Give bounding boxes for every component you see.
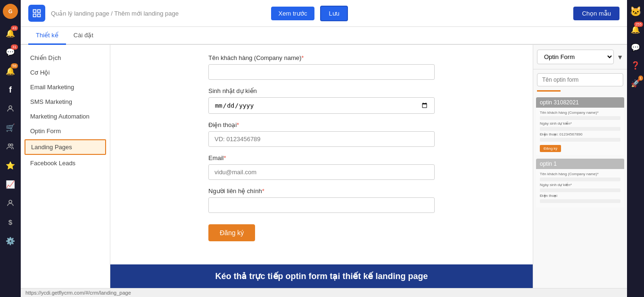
sidebar-icon-users[interactable]: [2, 138, 19, 155]
main-area: Quản lý landing page / Thêm mới landing …: [21, 0, 627, 297]
register-button[interactable]: Đăng ký: [208, 224, 255, 241]
nav-item-landing-pages[interactable]: Landing Pages: [25, 139, 106, 155]
label-phone: Điện thoại*: [208, 121, 435, 128]
svg-rect-7: [38, 10, 41, 13]
nav-item-sms-marketing[interactable]: SMS Marketing: [21, 94, 110, 109]
preview-button[interactable]: Xem trước: [271, 7, 315, 20]
top-bar: Quản lý landing page / Thêm mới landing …: [21, 0, 627, 27]
sidebar-icon-settings[interactable]: ⚙️: [2, 232, 19, 249]
sidebar-icon-chart[interactable]: 📈: [2, 176, 19, 193]
tabs-bar: Thiết kế Cài đặt: [21, 27, 627, 45]
input-contact[interactable]: [208, 197, 435, 213]
search-underline: [537, 90, 561, 92]
svg-point-3: [8, 144, 11, 146]
svg-point-2: [9, 106, 12, 109]
field-company-name: Tên khách hàng (Company name)*: [208, 54, 435, 80]
sidebar-logo[interactable]: G: [3, 4, 18, 19]
right-panel: Optin Form ▼ optin 31082021 Tên khách hà…: [533, 45, 627, 288]
right-icon-avatar[interactable]: 🐱: [628, 4, 643, 19]
status-bar: https://ycdi.getflycrm.com/#/crm/landing…: [21, 288, 627, 297]
sidebar-icon-chat[interactable]: 💬31: [2, 43, 19, 60]
sidebar: G 🔔43 💬31 🔔56 f 🛒 ⭐ 📈 $ ⚙️: [0, 0, 21, 297]
sidebar-icon-bell1[interactable]: 🔔43: [2, 25, 19, 42]
optin-card-2-header: optin 1: [536, 159, 624, 169]
sidebar-icon-person[interactable]: [2, 195, 19, 212]
label-email: Email*: [208, 154, 435, 161]
sidebar-icon-facebook[interactable]: f: [2, 81, 19, 98]
sidebar-icon-star[interactable]: ⭐: [2, 157, 19, 174]
svg-point-4: [11, 144, 13, 146]
save-button[interactable]: Lưu: [320, 6, 347, 21]
svg-text:G: G: [8, 8, 13, 14]
breadcrumb-part2: Thêm mới landing page: [114, 10, 179, 17]
topbar-icon: [28, 5, 45, 22]
field-contact: Người liên hệ chính*: [208, 187, 435, 213]
sidebar-icon-contacts[interactable]: [2, 100, 19, 117]
field-birthday: Sinh nhật dự kiến: [208, 87, 435, 114]
search-optin-input[interactable]: [537, 73, 623, 86]
input-birthday[interactable]: [208, 97, 435, 114]
nav-item-optin-form[interactable]: Optin Form: [21, 124, 110, 138]
right-icon-chat[interactable]: 💬: [628, 40, 643, 55]
breadcrumb-part1: Quản lý landing page: [51, 10, 109, 17]
nav-item-marketing-automation[interactable]: Marketing Automation: [21, 109, 110, 124]
input-email[interactable]: [208, 164, 435, 180]
optin-card-1[interactable]: optin 31082021 Tên khách hàng (Company n…: [536, 97, 624, 155]
sidebar-icon-bell2[interactable]: 🔔56: [2, 62, 19, 79]
optin-card-2[interactable]: optin 1 Tên khách hàng (Company name)* N…: [536, 159, 624, 207]
right-icon-rocket[interactable]: 🚀1: [628, 76, 643, 91]
nav-item-chien-dich[interactable]: Chiến Dịch: [21, 51, 110, 65]
status-url: https://ycdi.getflycrm.com/#/crm/landing…: [25, 290, 131, 296]
form-canvas: Tên khách hàng (Company name)* Sinh nhật…: [110, 45, 533, 288]
breadcrumb: Quản lý landing page / Thêm mới landing …: [51, 10, 265, 17]
optin-form-dropdown[interactable]: Optin Form: [537, 50, 614, 64]
input-company-name[interactable]: [208, 64, 435, 80]
sidebar-icon-cart[interactable]: 🛒: [2, 119, 19, 136]
field-email: Email*: [208, 154, 435, 180]
left-nav: Chiến Dịch Cơ Hội Email Marketing SMS Ma…: [21, 45, 110, 288]
bottom-banner: Kéo thả trực tiếp optin form tại thiết k…: [110, 264, 533, 288]
optin-card-1-btn: Đăng ký: [540, 145, 561, 152]
tab-design[interactable]: Thiết kế: [28, 27, 66, 45]
right-panel-header: Optin Form ▼: [533, 45, 627, 69]
right-icon-bar: 🐱 🔔255 💬 ❓ 🚀1: [627, 0, 644, 297]
tab-settings[interactable]: Cài đặt: [66, 27, 101, 45]
svg-rect-8: [33, 14, 36, 17]
nav-item-email-marketing[interactable]: Email Marketing: [21, 80, 110, 94]
label-birthday: Sinh nhật dự kiến: [208, 87, 435, 94]
choose-template-button[interactable]: Chọn mẫu: [573, 7, 619, 20]
dropdown-chevron-icon: ▼: [617, 53, 623, 61]
label-contact: Người liên hệ chính*: [208, 187, 435, 195]
right-icon-bell[interactable]: 🔔255: [628, 22, 643, 37]
nav-item-facebook-leads[interactable]: Facebook Leads: [21, 156, 110, 170]
svg-rect-6: [33, 10, 36, 13]
label-company-name: Tên khách hàng (Company name)*: [208, 54, 435, 61]
sidebar-icon-dollar[interactable]: $: [2, 213, 19, 230]
content-row: Chiến Dịch Cơ Hội Email Marketing SMS Ma…: [21, 45, 627, 288]
optin-card-1-header: optin 31082021: [536, 97, 624, 108]
optin-card-2-preview: Tên khách hàng (Company name)* Ngày sinh…: [536, 169, 624, 207]
input-phone[interactable]: [208, 131, 435, 147]
right-icon-help[interactable]: ❓: [628, 58, 643, 73]
field-phone: Điện thoại*: [208, 121, 435, 147]
nav-item-co-hoi[interactable]: Cơ Hội: [21, 65, 110, 80]
optin-card-1-preview: Tên khách hàng (Company name)* Ngày sinh…: [536, 108, 624, 155]
svg-point-5: [9, 200, 12, 203]
svg-rect-9: [38, 14, 41, 17]
